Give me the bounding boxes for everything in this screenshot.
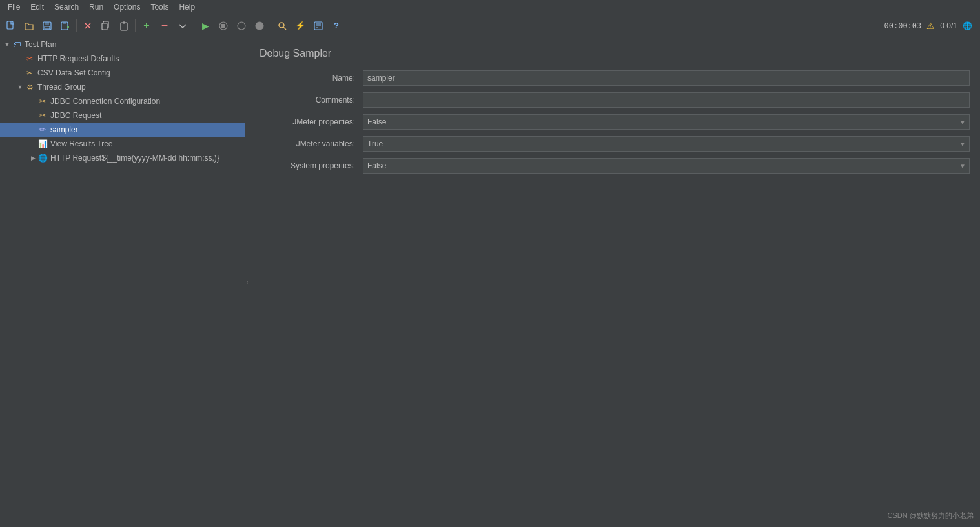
menu-edit[interactable]: Edit <box>25 1 49 13</box>
system-properties-label: System properties: <box>260 161 363 170</box>
system-properties-wrapper: False True ▼ <box>363 158 970 174</box>
svg-rect-0 <box>7 21 13 29</box>
tree-label-thread-group: Thread Group <box>37 83 86 92</box>
template-button[interactable] <box>310 17 327 34</box>
jmeter-properties-select[interactable]: False True <box>363 114 970 130</box>
svg-rect-5 <box>63 22 66 24</box>
run-counts: 0 0/1 <box>940 21 957 30</box>
menu-options[interactable]: Options <box>108 1 145 13</box>
jdbc-request-icon: ✂ <box>37 110 48 121</box>
tree-label-test-plan: Test Plan <box>25 40 56 49</box>
tree-item-thread-group[interactable]: ▼ ⚙ Thread Group <box>0 80 245 94</box>
paste-button[interactable] <box>116 17 132 34</box>
system-properties-select[interactable]: False True <box>363 158 970 174</box>
status-bar: 00:00:03 ⚠ 0 0/1 🌐 <box>884 21 978 31</box>
arrow-http-time: ▶ <box>28 155 37 161</box>
svg-rect-3 <box>45 26 50 29</box>
name-label: Name: <box>260 74 363 83</box>
jmeter-properties-row: JMeter properties: False True ▼ <box>260 114 970 130</box>
tree-label-jdbc-request: JDBC Request <box>50 111 101 120</box>
svg-line-19 <box>283 27 286 30</box>
copy-button[interactable] <box>97 17 114 34</box>
comments-row: Comments: <box>260 92 970 108</box>
clear-all-button[interactable] <box>251 17 268 34</box>
arrow-test-plan: ▼ <box>3 41 12 48</box>
panel-title: Debug Sampler <box>260 48 970 59</box>
system-properties-row: System properties: False True ▼ <box>260 157 970 174</box>
cut-button[interactable] <box>79 17 96 34</box>
tree-label-results: View Results Tree <box>50 139 113 148</box>
remove-button[interactable]: − <box>156 17 173 34</box>
sampler-icon: ✏ <box>37 124 48 135</box>
svg-point-18 <box>279 23 284 28</box>
svg-rect-15 <box>221 24 225 28</box>
svg-rect-11 <box>102 23 107 30</box>
comments-label: Comments: <box>260 95 363 104</box>
tree-label-jdbc-config: JDBC Connection Configuration <box>50 97 160 106</box>
network-icon: 🌐 <box>963 21 972 30</box>
jmeter-variables-label: JMeter variables: <box>260 139 363 148</box>
browse-button[interactable] <box>274 17 291 34</box>
tree-item-sampler[interactable]: ✏ sampler <box>0 123 245 137</box>
run-button[interactable]: ▶ <box>197 17 214 34</box>
jmeter-variables-select[interactable]: False True <box>363 136 970 152</box>
svg-point-17 <box>256 22 263 30</box>
tree-label-sampler: sampler <box>50 125 78 134</box>
menu-run[interactable]: Run <box>84 1 108 13</box>
arrow-thread-group: ▼ <box>15 84 25 90</box>
tree-item-jdbc-config[interactable]: ✂ JDBC Connection Configuration <box>0 94 245 108</box>
jmeter-variables-wrapper: False True ▼ <box>363 136 970 152</box>
http-time-icon: 🌐 <box>37 153 48 163</box>
menu-search[interactable]: Search <box>49 1 84 13</box>
jmeter-variables-row: JMeter variables: False True ▼ <box>260 135 970 152</box>
help-button[interactable]: ? <box>328 17 345 34</box>
tree-label-http-time: HTTP Request${__time(yyyy-MM-dd hh:mm:ss… <box>50 154 219 163</box>
tree-item-results[interactable]: 📊 View Results Tree <box>0 137 245 151</box>
tree-item-csv[interactable]: ✂ CSV Data Set Config <box>0 66 245 80</box>
svg-rect-13 <box>123 21 125 24</box>
svg-rect-2 <box>45 22 49 25</box>
toolbar: + − ▶ ⚡ ? 00:00:03 ⚠ 0 0/1 🌐 <box>0 14 980 37</box>
open-button[interactable] <box>21 17 37 34</box>
tree-item-test-plan[interactable]: ▼ 🏷 Test Plan <box>0 37 245 52</box>
name-field[interactable] <box>363 70 970 86</box>
thread-group-icon: ⚙ <box>25 82 35 92</box>
tree-label-csv: CSV Data Set Config <box>37 68 110 77</box>
results-icon: 📊 <box>37 139 48 149</box>
menubar: File Edit Search Run Options Tools Help <box>0 0 980 14</box>
right-panel: Debug Sampler Name: Comments: JMeter pro… <box>249 37 980 527</box>
clear-button[interactable] <box>233 17 250 34</box>
tree-item-http-time[interactable]: ▶ 🌐 HTTP Request${__time(yyyy-MM-dd hh:m… <box>0 151 245 165</box>
menu-tools[interactable]: Tools <box>145 1 174 13</box>
saveas-button[interactable] <box>57 17 74 34</box>
add-button[interactable]: + <box>138 17 155 34</box>
tree-item-http-defaults[interactable]: ✂ HTTP Request Defaults <box>0 52 245 66</box>
stop-button[interactable] <box>215 17 232 34</box>
expand-button[interactable] <box>174 17 191 34</box>
jmeter-properties-label: JMeter properties: <box>260 117 363 126</box>
save-button[interactable] <box>39 17 56 34</box>
tree-panel: ▼ 🏷 Test Plan ✂ HTTP Request Defaults ✂ … <box>0 37 245 527</box>
menu-file[interactable]: File <box>3 1 25 13</box>
jmeter-properties-wrapper: False True ▼ <box>363 114 970 130</box>
new-button[interactable] <box>3 17 19 34</box>
elapsed-time: 00:00:03 <box>884 21 922 30</box>
main-layout: ▼ 🏷 Test Plan ✂ HTTP Request Defaults ✂ … <box>0 37 980 527</box>
watermark: CSDN @默默努力的小老弟 <box>888 511 974 521</box>
testplan-icon: 🏷 <box>12 39 22 50</box>
svg-point-16 <box>238 22 245 30</box>
tree-label-http-defaults: HTTP Request Defaults <box>37 54 119 63</box>
jdbc-config-icon: ✂ <box>37 96 48 106</box>
comments-field[interactable] <box>363 92 970 108</box>
warning-icon: ⚠ <box>926 21 935 31</box>
http-defaults-icon: ✂ <box>25 54 35 64</box>
function-button[interactable]: ⚡ <box>292 17 309 34</box>
csv-icon: ✂ <box>25 68 35 78</box>
name-row: Name: <box>260 70 970 86</box>
tree-item-jdbc-request[interactable]: ✂ JDBC Request <box>0 108 245 123</box>
menu-help[interactable]: Help <box>174 1 200 13</box>
